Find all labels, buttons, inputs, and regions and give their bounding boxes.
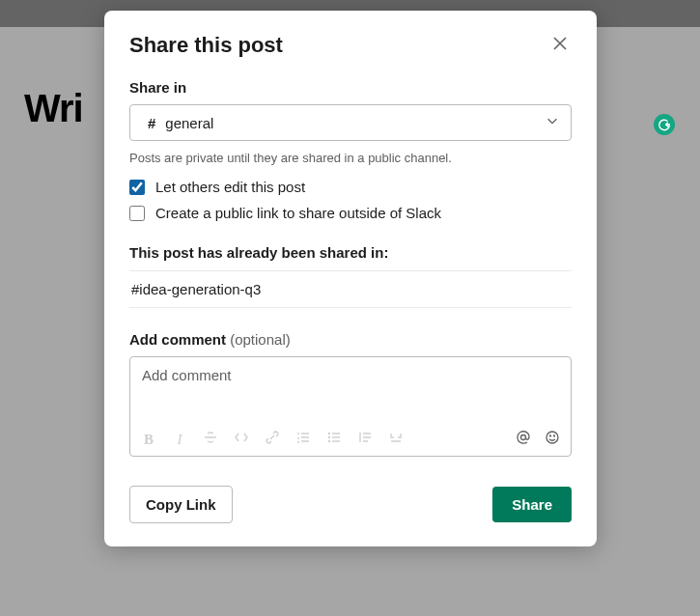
strikethrough-button[interactable] [202,431,219,448]
close-icon [552,36,568,54]
emoji-icon [545,430,560,449]
blockquote-icon [357,430,373,449]
checkbox-row-edit: Let others edit this post [129,179,572,195]
link-button[interactable] [264,431,281,448]
code-icon [234,430,249,449]
selected-channel-name: general [165,115,546,131]
comment-box: Add comment B I [129,356,572,457]
code-block-button[interactable] [387,431,405,448]
share-in-label: Share in [129,79,572,96]
already-shared-label: This post has already been shared in: [129,244,572,271]
checkbox-row-public: Create a public link to share outside of… [129,205,572,221]
link-icon [265,430,280,449]
svg-point-3 [521,435,526,440]
grammarly-icon[interactable] [654,114,675,135]
add-comment-label-text: Add comment [129,331,226,348]
bulleted-list-icon [326,430,342,449]
italic-button[interactable]: I [171,431,188,448]
svg-point-5 [550,435,551,436]
close-button[interactable] [548,32,572,58]
modal-title: Share this post [129,33,283,58]
privacy-hint: Posts are private until they are shared … [129,151,572,165]
strikethrough-icon [203,430,218,449]
add-comment-optional: (optional) [230,331,291,348]
already-shared-channel: #idea-generation-q3 [129,271,572,308]
toolbar-right [515,431,561,448]
already-shared-section: This post has already been shared in: #i… [129,244,572,308]
comment-input[interactable]: Add comment [130,357,571,425]
svg-point-1 [329,437,330,438]
emoji-button[interactable] [544,431,561,448]
bold-icon: B [144,432,154,448]
comment-toolbar: B I [130,425,571,456]
modal-header: Share this post [129,32,572,58]
share-button[interactable]: Share [492,487,572,522]
blockquote-button[interactable] [356,431,374,448]
italic-icon: I [178,432,182,448]
ordered-list-button[interactable] [294,431,312,448]
let-others-edit-checkbox[interactable] [129,180,145,195]
svg-point-0 [329,434,330,434]
code-button[interactable] [233,431,250,448]
mention-button[interactable] [515,431,532,448]
share-post-modal: Share this post Share in # general Posts… [104,11,597,546]
svg-point-4 [546,432,558,443]
at-icon [516,430,531,449]
bulleted-list-button[interactable] [325,431,343,448]
code-block-icon [388,430,404,449]
channel-selector[interactable]: # general [129,104,572,141]
let-others-edit-label[interactable]: Let others edit this post [155,179,305,195]
svg-point-2 [329,441,330,442]
toolbar-left: B I [140,431,515,448]
copy-link-button[interactable]: Copy Link [129,486,233,523]
add-comment-label: Add comment (optional) [129,331,572,348]
modal-footer: Copy Link Share [129,486,572,523]
svg-point-6 [554,435,555,436]
chevron-down-icon [546,114,559,131]
bold-button[interactable]: B [140,431,157,448]
hash-icon: # [148,115,155,131]
public-link-label[interactable]: Create a public link to share outside of… [155,205,441,221]
public-link-checkbox[interactable] [129,206,145,221]
checkbox-group: Let others edit this post Create a publi… [129,179,572,221]
ordered-list-icon [295,430,311,449]
